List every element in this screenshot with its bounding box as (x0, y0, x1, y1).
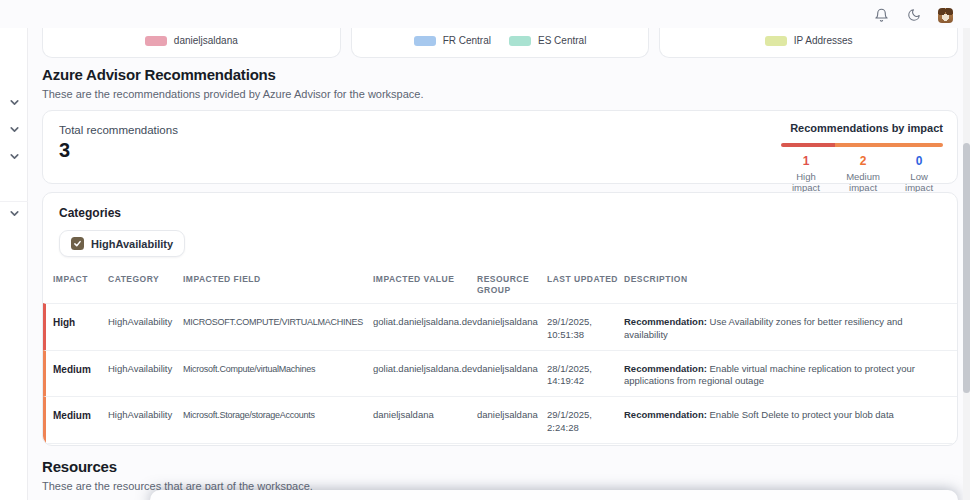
high-impact-stat: 1 High impact (781, 154, 831, 193)
chevron-down-icon[interactable] (8, 122, 21, 135)
legend-item[interactable]: ES Central (509, 35, 586, 46)
col-header-category: CATEGORY (108, 274, 183, 285)
cell-resource-group: danieljsaldana (477, 409, 547, 422)
cell-impacted-value: goliat.danieljsaldana.dev (373, 316, 477, 329)
legend-swatch (765, 36, 787, 46)
col-header-description: DESCRIPTION (624, 274, 949, 285)
page-title: Azure Advisor Recommendations (42, 66, 424, 83)
legend-item[interactable]: FR Central (414, 35, 491, 46)
cell-impact: Medium (53, 363, 108, 377)
legend-card-resource-types: IP Addresses (659, 28, 958, 58)
cell-impacted-value: danieljsaldana (373, 409, 477, 422)
medium-impact-label: Medium impact (831, 171, 895, 193)
description-label: Recommendation: (624, 363, 707, 374)
legend-swatch (145, 36, 167, 46)
legend-label: danieljsaldana (174, 35, 238, 46)
cell-last-updated: 29/1/2025, 2:24:28 (547, 409, 624, 435)
cell-category: HighAvailability (108, 409, 183, 422)
total-recommendations: Total recommendations 3 (59, 124, 178, 162)
high-impact-label: High impact (781, 171, 831, 193)
cell-category: HighAvailability (108, 363, 183, 376)
categories-title: Categories (59, 206, 957, 220)
legend-label: IP Addresses (794, 35, 853, 46)
legend-item[interactable]: IP Addresses (765, 35, 853, 46)
legend-card-resource-groups: danieljsaldana (42, 28, 341, 58)
cell-impacted-field: MICROSOFT.COMPUTE/VIRTUALMACHINES (183, 316, 373, 328)
col-header-impacted-field: IMPACTED FIELD (183, 274, 373, 285)
legend-label: ES Central (538, 35, 586, 46)
col-header-resource-group: RESOURCE GROUP (477, 274, 547, 297)
notifications-bell-icon[interactable] (872, 6, 890, 24)
legend-cards-row: danieljsaldana FR Central ES Central IP … (42, 28, 958, 58)
description-label: Recommendation: (624, 409, 707, 420)
cell-resource-group: danieljsaldana (477, 363, 547, 376)
col-header-impacted-value: IMPACTED VALUE (373, 274, 477, 285)
cell-description: Recommendation: Enable virtual machine r… (624, 363, 949, 389)
checkbox-checked-icon[interactable] (71, 237, 84, 250)
theme-toggle-moon-icon[interactable] (905, 6, 923, 24)
impact-title: Recommendations by impact (781, 122, 943, 134)
advisor-section-header: Azure Advisor Recommendations These are … (42, 66, 424, 100)
low-impact-count: 0 (895, 154, 943, 168)
cell-last-updated: 28/1/2025, 14:19:42 (547, 363, 624, 389)
description-label: Recommendation: (624, 316, 707, 327)
legend-label: FR Central (443, 35, 491, 46)
impact-bar-medium-segment (835, 143, 943, 147)
cell-category: HighAvailability (108, 316, 183, 329)
cell-last-updated: 29/1/2025, 10:51:38 (547, 316, 624, 342)
total-recommendations-label: Total recommendations (59, 124, 178, 136)
page-scrollbar-track[interactable] (963, 28, 970, 500)
description-text: Enable Soft Delete to protect your blob … (707, 409, 894, 420)
legend-item[interactable]: danieljsaldana (145, 35, 238, 46)
top-bar (0, 0, 963, 28)
cell-impacted-value: goliat.danieljsaldana.dev (373, 363, 477, 376)
recommendations-by-impact: Recommendations by impact 1 High impact … (781, 122, 943, 193)
legend-swatch (509, 36, 531, 46)
legend-card-regions: FR Central ES Central (351, 28, 650, 58)
legend-swatch (414, 36, 436, 46)
cell-description: Recommendation: Use Availability zones f… (624, 316, 949, 342)
cell-impact: High (53, 316, 108, 330)
table-header-row: IMPACT CATEGORY IMPACTED FIELD IMPACTED … (43, 270, 957, 303)
left-sidebar (0, 0, 28, 500)
resources-card-top-edge (150, 490, 958, 500)
high-impact-count: 1 (781, 154, 831, 168)
low-impact-label: Low impact (895, 171, 943, 193)
impact-distribution-bar (781, 143, 943, 147)
table-footer: Showing 1 - 3 of 3 1 ITEMS PER PAGE 20 (43, 443, 957, 446)
page-subtitle: These are the recommendations provided b… (42, 88, 424, 100)
category-chip-highavailability[interactable]: HighAvailability (59, 230, 185, 257)
cell-impacted-field: Microsoft.Storage/storageAccounts (183, 409, 373, 421)
impact-bar-high-segment (781, 143, 835, 147)
table-row[interactable]: High HighAvailability MICROSOFT.COMPUTE/… (43, 303, 957, 350)
category-chip-label: HighAvailability (91, 238, 173, 250)
categories-card: Categories HighAvailability IMPACT CATEG… (42, 192, 958, 446)
page-scrollbar-thumb[interactable] (963, 143, 970, 393)
cell-impacted-field: Microsoft.Compute/virtualMachines (183, 363, 373, 375)
col-header-last-updated: LAST UPDATED (547, 274, 624, 285)
user-avatar[interactable] (938, 8, 953, 23)
total-recommendations-value: 3 (59, 139, 178, 162)
col-header-impact: IMPACT (53, 274, 108, 285)
resources-section-header: Resources These are the resources that a… (42, 458, 313, 492)
cell-resource-group: danieljsaldana (477, 316, 547, 329)
resources-title: Resources (42, 458, 313, 475)
cell-description: Recommendation: Enable Soft Delete to pr… (624, 409, 949, 422)
chevron-down-icon[interactable] (8, 149, 21, 162)
sidebar-divider (0, 201, 28, 202)
table-row[interactable]: Medium HighAvailability Microsoft.Storag… (43, 396, 957, 443)
chevron-down-icon[interactable] (8, 206, 21, 219)
cell-impact: Medium (53, 409, 108, 423)
medium-impact-count: 2 (831, 154, 895, 168)
low-impact-stat: 0 Low impact (895, 154, 943, 193)
table-row[interactable]: Medium HighAvailability Microsoft.Comput… (43, 350, 957, 397)
medium-impact-stat: 2 Medium impact (831, 154, 895, 193)
chevron-down-icon[interactable] (8, 95, 21, 108)
recommendations-table: IMPACT CATEGORY IMPACTED FIELD IMPACTED … (43, 270, 957, 446)
recommendations-summary-card: Total recommendations 3 Recommendations … (42, 110, 958, 184)
